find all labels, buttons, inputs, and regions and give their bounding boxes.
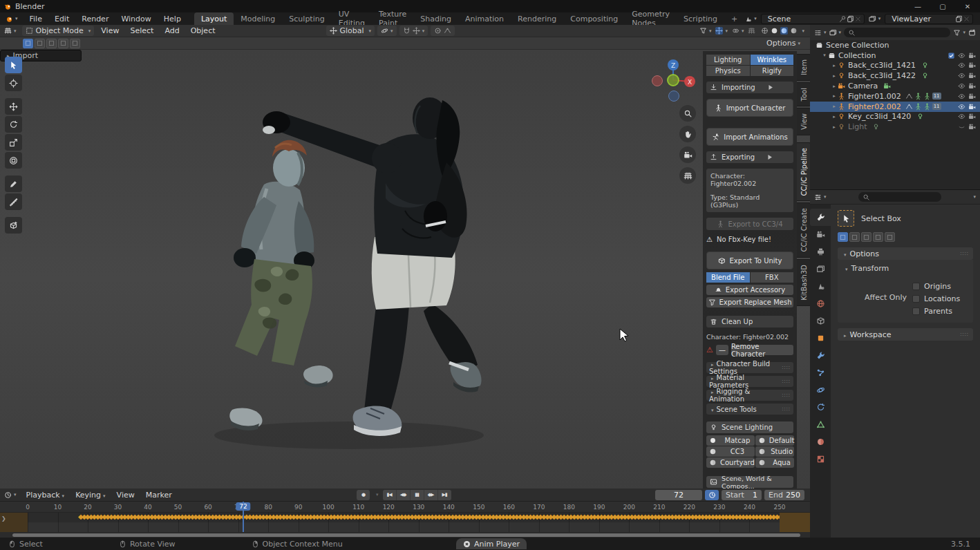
tab-layout[interactable]: Layout: [194, 12, 234, 25]
new-viewlayer-icon[interactable]: [955, 15, 963, 23]
outliner-row-object[interactable]: ▸ Fighter01.002 11: [810, 91, 980, 102]
ptab-collection[interactable]: [810, 312, 831, 330]
exclude-checkbox[interactable]: [948, 52, 955, 59]
tab-sculpting[interactable]: Sculpting: [282, 12, 331, 25]
select-mode-invert[interactable]: [873, 232, 883, 242]
shading-dropdown[interactable]: ▾: [802, 28, 804, 34]
close-button[interactable]: ✕: [955, 0, 980, 12]
outliner-row-object[interactable]: ▸ Camera: [810, 81, 980, 91]
outliner-filter-dropdown[interactable]: ▾: [953, 29, 965, 37]
active-tool-icon[interactable]: [838, 210, 854, 227]
scene-lighting-button[interactable]: Scene Lighting: [706, 421, 793, 433]
menu-view[interactable]: View: [95, 26, 124, 35]
menu-file[interactable]: File: [23, 12, 48, 25]
select-mode-intersect[interactable]: [70, 39, 80, 48]
export-unity-button[interactable]: Export To Unity: [706, 252, 793, 269]
select-mode-new[interactable]: [838, 232, 848, 242]
tool-measure[interactable]: [5, 193, 22, 210]
properties-search-input[interactable]: [858, 192, 941, 202]
auto-keying-dropdown[interactable]: ▾: [376, 492, 379, 497]
timeline-editor-type[interactable]: ▾: [0, 491, 21, 499]
sidebar-tab-view[interactable]: View: [797, 108, 810, 135]
tool-options-dropdown[interactable]: Options▾: [766, 39, 800, 48]
sidebar-tab-ccic-create[interactable]: CC/iC Create: [797, 202, 810, 258]
checkbox-origins[interactable]: [912, 283, 920, 290]
pill-lighting[interactable]: Lighting: [706, 55, 750, 65]
scene-selector[interactable]: Scene: [761, 14, 865, 24]
preset-cc3[interactable]: CC3: [706, 446, 755, 457]
unlink-scene-icon[interactable]: [854, 15, 862, 23]
sidebar-tab-tool[interactable]: Tool: [797, 82, 810, 106]
export-cc34-button[interactable]: Export to CC3/4: [706, 218, 793, 230]
menu-object[interactable]: Object: [185, 26, 221, 35]
scene-world-button[interactable]: Scene, World & Compos...: [706, 476, 793, 488]
tab-animation[interactable]: Animation: [458, 12, 511, 25]
select-mode-subtract[interactable]: [46, 39, 57, 48]
section-scene-tools[interactable]: ▾Scene Tools∷∷: [706, 404, 793, 415]
current-frame-field[interactable]: 72: [655, 490, 702, 500]
export-replace-mesh-button[interactable]: Export Replace Mesh: [706, 297, 793, 307]
section-rigging-animation[interactable]: ▸Rigging & Animation∷∷: [706, 390, 793, 401]
scene-selector-icon[interactable]: ▾: [744, 15, 757, 23]
import-character-button[interactable]: Import Character: [706, 99, 793, 117]
outliner-search-input[interactable]: [844, 28, 950, 37]
menu-add[interactable]: Add: [159, 26, 185, 35]
timeline-keyframe-area[interactable]: ◆◆◆◆◆◆◆◆◆◆◆◆◆◆◆◆◆◆◆◆◆◆◆◆◆◆◆◆◆◆◆◆◆◆◆◆◆◆◆◆…: [0, 513, 810, 532]
shading-solid-button[interactable]: [771, 27, 778, 35]
menu-window[interactable]: Window: [115, 12, 157, 25]
ptab-physics[interactable]: [810, 381, 831, 399]
ptab-object[interactable]: [810, 330, 831, 347]
fbx-toggle[interactable]: FBX: [751, 272, 794, 283]
stop-player-icon[interactable]: [463, 540, 471, 548]
select-mode-invert[interactable]: [58, 39, 68, 48]
tab-compositing[interactable]: Compositing: [563, 12, 625, 25]
outliner-row-object[interactable]: ▸ Back_cc3lid_1422: [810, 70, 980, 81]
ptab-render[interactable]: [810, 226, 831, 243]
exporting-header[interactable]: Exporting: [706, 151, 793, 163]
jump-to-start-button[interactable]: ▮◀: [383, 490, 396, 500]
checkbox-parents[interactable]: [912, 307, 920, 315]
ptab-texture[interactable]: [810, 451, 831, 468]
menu-marker[interactable]: Marker: [140, 491, 178, 500]
tab-rendering[interactable]: Rendering: [511, 12, 563, 25]
disable-render-icon[interactable]: [968, 93, 976, 100]
preset-default[interactable]: Default: [755, 435, 795, 446]
pin-icon[interactable]: [839, 15, 847, 23]
clean-up-header[interactable]: Clean Up: [706, 316, 793, 328]
ptab-modifiers[interactable]: [810, 347, 831, 364]
timeline-ruler[interactable]: 0102030405060708090100110120130140150160…: [0, 502, 810, 513]
tab-shading[interactable]: Shading: [413, 12, 458, 25]
hide-eye-icon[interactable]: [958, 103, 965, 111]
maximize-button[interactable]: ▢: [930, 0, 955, 12]
section-character-build-settings[interactable]: ▸Character Build Settings∷∷: [706, 362, 793, 373]
snap-target-dropdown[interactable]: ▾: [377, 26, 397, 36]
shading-wireframe-button[interactable]: [761, 27, 769, 35]
disable-render-icon[interactable]: [968, 82, 976, 90]
transform-orientation-dropdown[interactable]: Global ▾: [326, 26, 375, 36]
ptab-world[interactable]: [810, 295, 831, 312]
shading-material-button[interactable]: [780, 27, 788, 35]
sidebar-tab-kitbash3d[interactable]: KitBash3D: [797, 259, 810, 306]
panel-options[interactable]: ▾Options ∷∷: [838, 247, 973, 260]
tool-rotate[interactable]: [5, 116, 22, 133]
outliner-row-object-active[interactable]: ▸ Fighter02.002 11: [810, 102, 980, 112]
preset-studio[interactable]: Studio: [755, 446, 795, 457]
menu-playback[interactable]: Playback▾: [21, 491, 70, 500]
tab-texture-paint[interactable]: Texture Paint: [372, 12, 413, 25]
new-collection-icon[interactable]: [968, 29, 976, 37]
xray-toggle[interactable]: [748, 27, 755, 35]
sidebar-tab-ccic-pipeline[interactable]: CC/iC Pipeline: [797, 142, 810, 201]
disable-render-icon[interactable]: [968, 72, 976, 79]
timeline-scrollbar[interactable]: [12, 533, 800, 537]
end-frame-field[interactable]: End250: [764, 490, 804, 500]
ptab-scene[interactable]: [810, 278, 831, 295]
ortho-toggle-icon[interactable]: [679, 167, 696, 184]
keyframe-markers[interactable]: ◆◆◆◆◆◆◆◆◆◆◆◆◆◆◆◆◆◆◆◆◆◆◆◆◆◆◆◆◆◆◆◆◆◆◆◆◆◆◆◆…: [78, 513, 810, 521]
ptab-material[interactable]: [810, 433, 831, 451]
camera-view-icon[interactable]: [679, 146, 696, 163]
hide-eye-icon[interactable]: [958, 61, 965, 69]
panel-workspace[interactable]: ▸Workspace ∷∷: [838, 328, 973, 341]
disable-render-icon[interactable]: [968, 61, 976, 69]
menu-help[interactable]: Help: [158, 12, 187, 25]
ptab-constraints[interactable]: [810, 399, 831, 416]
